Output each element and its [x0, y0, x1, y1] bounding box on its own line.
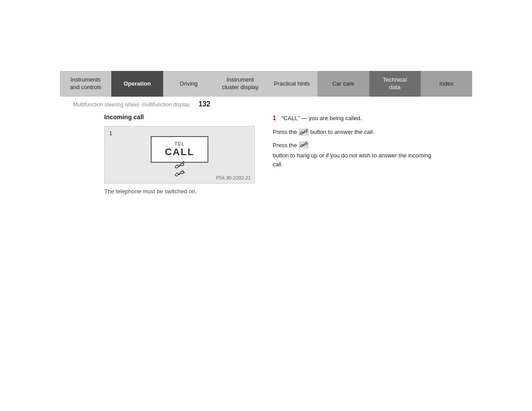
tel-label: TEL: [174, 141, 184, 146]
call-screen: TEL CALL: [151, 136, 208, 163]
display-number: 1: [109, 130, 112, 137]
tab-car-care[interactable]: Car care: [317, 71, 369, 97]
press2-suffix: button to hang up or if you do not wish …: [273, 151, 441, 168]
answer-button-icon: [299, 129, 309, 136]
tab-driving[interactable]: Driving: [163, 71, 215, 97]
breadcrumb: Multifunction steering wheel, multifunct…: [73, 102, 190, 108]
press-row-answer: Press the button to answer the call.: [273, 128, 441, 137]
phone-icons: [174, 161, 185, 177]
step-1: 1 “CALL” — you are being called.: [273, 114, 441, 122]
breadcrumb-row: Multifunction steering wheel, multifunct…: [73, 100, 532, 108]
right-column: 1 “CALL” — you are being called. Press t…: [273, 114, 441, 195]
content-area: Incoming call 1 TEL CALL: [104, 114, 532, 195]
press1-suffix: button to answer the call.: [310, 128, 375, 137]
page-number: 132: [199, 100, 211, 108]
answer-phone-icon: [174, 161, 185, 169]
press1-prefix: Press the: [273, 128, 297, 137]
display-box: 1 TEL CALL: [104, 126, 255, 184]
tab-instruments[interactable]: Instruments and controls: [60, 71, 111, 97]
press-row-hangup: Press the button to hang up or if you do…: [273, 141, 441, 169]
section-title: Incoming call: [104, 114, 259, 121]
tab-operation[interactable]: Operation: [111, 71, 163, 97]
tab-technical-data[interactable]: Technical data: [369, 71, 421, 97]
note-text: The telephone must be switched on.: [104, 188, 259, 195]
press2-prefix: Press the: [273, 141, 297, 150]
call-text: CALL: [165, 146, 195, 158]
step-desc-1: “CALL” — you are being called.: [282, 114, 362, 122]
nav-bar: Instruments and controls Operation Drivi…: [60, 71, 472, 97]
step-number-1: 1: [273, 114, 279, 121]
left-column: Incoming call 1 TEL CALL: [104, 114, 259, 195]
tab-instrument-cluster[interactable]: Instrument cluster display: [215, 71, 266, 97]
tab-practical-hints[interactable]: Practical hints: [266, 71, 317, 97]
tab-index[interactable]: Index: [421, 71, 472, 97]
hangup-button-icon: [299, 141, 309, 149]
hangup-phone-icon: [174, 170, 185, 177]
display-caption: P54.30-2202-21: [216, 175, 251, 180]
